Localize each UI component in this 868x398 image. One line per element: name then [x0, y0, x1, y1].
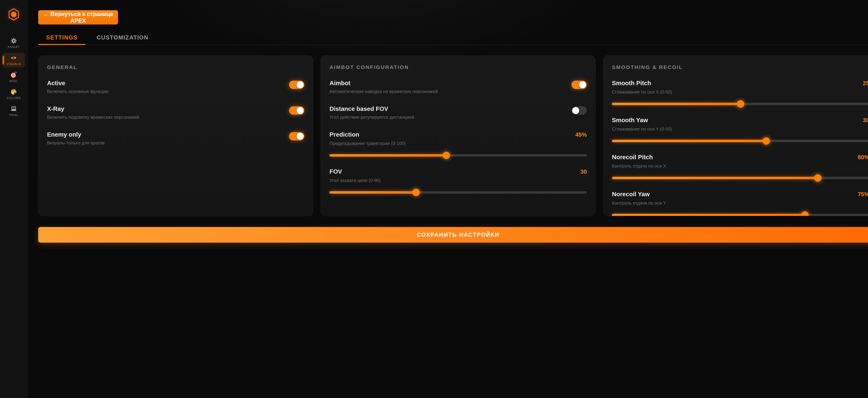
sidebar-nav: ASSISTVISUALSMISCCOLORSTRIAL — [2, 36, 25, 118]
setting-row-smooth-pitch: Smooth Pitch25Сглаживание по оси X (0-50… — [612, 80, 868, 105]
toggle-enemy-only[interactable] — [289, 132, 304, 140]
slider-track-smooth-yaw[interactable] — [612, 140, 868, 142]
sidebar-item-label: COLORS — [7, 96, 21, 100]
setting-info: Distance based FOVУгол действия регулиру… — [330, 105, 414, 120]
setting-description: Предугадывание траектории (0-100) — [330, 141, 587, 146]
slider-value: 30 — [863, 117, 868, 123]
slider-thumb-prediction[interactable] — [443, 152, 450, 159]
toggle-x-ray[interactable] — [289, 106, 304, 115]
setting-label: Smooth Pitch — [612, 80, 651, 87]
palette-icon — [10, 89, 17, 95]
sidebar-item-label: MISC — [9, 79, 18, 83]
slider-track-fov[interactable] — [330, 191, 587, 194]
setting-description: Контроль отдачи по оси X — [612, 163, 868, 169]
active-indicator-bar — [3, 56, 4, 64]
slider-fill — [330, 191, 416, 194]
sidebar-item-label: VISUALS — [7, 62, 21, 66]
slider-track-norecoil-pitch[interactable] — [612, 177, 868, 179]
slider-head: Smooth Yaw30 — [612, 117, 868, 123]
slider-thumb-norecoil-yaw[interactable] — [801, 211, 809, 216]
setting-label: Aimbot — [330, 80, 438, 87]
main-content: ← Вернуться к странице APEX SETTINGSCUST… — [28, 0, 868, 398]
panel-aimbot-configuration: AIMBOT CONFIGURATIONAimbotАвтоматическая… — [321, 55, 596, 216]
eye-icon — [10, 55, 17, 61]
panel-general: GENERALActiveВключить основные функцииX-… — [38, 55, 313, 216]
setting-info: X-RayВключить подсветку вражеских персон… — [47, 105, 139, 120]
setting-label: Prediction — [330, 131, 359, 138]
sidebar-item-misc[interactable]: MISC — [2, 70, 25, 84]
slider-fill — [612, 140, 766, 142]
settings-panels: GENERALActiveВключить основные функцииX-… — [38, 55, 868, 216]
setting-info: ActiveВключить основные функции — [47, 80, 108, 94]
panel-title: AIMBOT CONFIGURATION — [330, 64, 587, 70]
slider-fill — [612, 214, 805, 216]
gear-icon — [10, 37, 17, 44]
setting-description: Угол захвата цели (0-90) — [330, 178, 587, 183]
toggle-knob — [579, 81, 586, 88]
sidebar-item-trial[interactable]: TRIAL — [2, 104, 25, 118]
panel-smoothing-recoil: SMOOTHING & RECOILSmooth Pitch25Сглажива… — [603, 55, 868, 216]
setting-label: Norecoil Pitch — [612, 154, 653, 161]
app-logo-hexagon-icon — [8, 8, 19, 22]
slider-track-norecoil-yaw[interactable] — [612, 214, 868, 216]
tab-customization[interactable]: CUSTOMIZATION — [89, 30, 156, 45]
slider-thumb-fov[interactable] — [412, 189, 420, 196]
setting-row-active: ActiveВключить основные функции — [47, 80, 304, 94]
slider-fill — [612, 103, 741, 105]
setting-row-aimbot: AimbotАвтоматическая наводка на вражески… — [330, 80, 587, 94]
sidebar: ASSISTVISUALSMISCCOLORSTRIAL — [0, 0, 28, 398]
setting-row-x-ray: X-RayВключить подсветку вражеских персон… — [47, 105, 304, 120]
slider-value: 75% — [858, 191, 868, 198]
tab-settings[interactable]: SETTINGS — [38, 30, 86, 45]
toggle-knob — [297, 133, 304, 140]
slider-value: 30 — [580, 168, 587, 175]
setting-description: Включить подсветку вражеских персонажей — [47, 115, 139, 120]
toggle-knob — [297, 81, 304, 88]
setting-description: Сглаживание по оси Y (0-50) — [612, 126, 868, 132]
setting-label: Norecoil Yaw — [612, 191, 650, 198]
save-settings-button[interactable]: СОХРАНИТЬ НАСТРОЙКИ — [38, 227, 868, 243]
slider-head: Norecoil Pitch80% — [612, 154, 868, 161]
setting-description: Визуалы только для врагов — [47, 140, 104, 146]
laptop-icon — [10, 106, 17, 112]
setting-description: Сглаживание по оси X (0-50) — [612, 89, 868, 95]
setting-description: Автоматическая наводка на вражеских перс… — [330, 89, 438, 94]
slider-thumb-smooth-pitch[interactable] — [737, 100, 744, 108]
toggle-knob — [572, 107, 579, 114]
toggle-active[interactable] — [289, 81, 304, 89]
setting-row-norecoil-yaw: Norecoil Yaw75%Контроль отдачи по оси Y — [612, 191, 868, 216]
slider-thumb-norecoil-pitch[interactable] — [814, 174, 822, 181]
setting-row-smooth-yaw: Smooth Yaw30Сглаживание по оси Y (0-50) — [612, 117, 868, 142]
setting-label: Distance based FOV — [330, 105, 414, 112]
setting-description: Включить основные функции — [47, 89, 108, 94]
sidebar-item-label: TRIAL — [9, 113, 19, 117]
setting-description: Угол действия регулируется дистанцией — [330, 115, 414, 120]
slider-head: Prediction45% — [330, 131, 587, 138]
setting-row-enemy-only: Enemy onlyВизуалы только для врагов — [47, 131, 304, 146]
sidebar-item-assist[interactable]: ASSIST — [2, 36, 25, 50]
setting-row-norecoil-pitch: Norecoil Pitch80%Контроль отдачи по оси … — [612, 154, 868, 179]
sidebar-item-colors[interactable]: COLORS — [2, 87, 25, 102]
toggle-aimbot[interactable] — [571, 81, 587, 89]
setting-row-fov: FOV30Угол захвата цели (0-90) — [330, 168, 587, 194]
sidebar-item-visuals[interactable]: VISUALS — [2, 53, 25, 67]
slider-head: Smooth Pitch25 — [612, 80, 868, 87]
panel-title: GENERAL — [47, 64, 304, 70]
setting-label: Active — [47, 80, 108, 87]
sidebar-item-label: ASSIST — [8, 45, 20, 49]
setting-row-distance-based-fov: Distance based FOVУгол действия регулиру… — [330, 105, 587, 120]
slider-track-prediction[interactable] — [330, 154, 587, 157]
setting-row-prediction: Prediction45%Предугадывание траектории (… — [330, 131, 587, 157]
setting-label: X-Ray — [47, 105, 139, 112]
target-icon — [10, 72, 17, 78]
slider-value: 80% — [858, 154, 868, 161]
slider-fill — [330, 154, 446, 157]
slider-head: FOV30 — [330, 168, 587, 175]
tab-bar: SETTINGSCUSTOMIZATION — [38, 30, 868, 45]
slider-fill — [612, 177, 818, 179]
back-button[interactable]: ← Вернуться к странице APEX — [38, 10, 118, 25]
setting-info: Enemy onlyВизуалы только для врагов — [47, 131, 104, 146]
toggle-distance-based-fov[interactable] — [571, 106, 587, 115]
slider-track-smooth-pitch[interactable] — [612, 103, 868, 105]
slider-thumb-smooth-yaw[interactable] — [763, 137, 770, 145]
